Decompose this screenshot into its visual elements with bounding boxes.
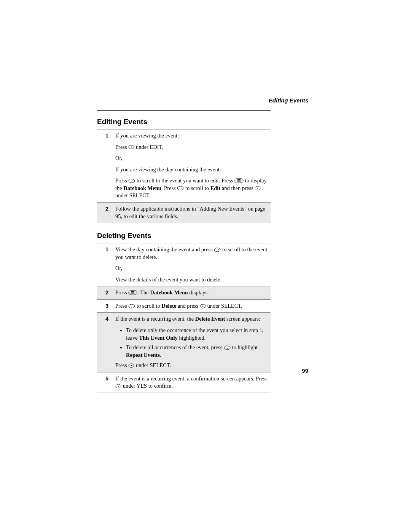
step-body: Follow the applicable instructions in "A… — [112, 202, 271, 223]
heading-editing-events: Editing Events — [97, 118, 271, 126]
step-number: 2 — [97, 286, 112, 300]
select-dot-icon — [128, 363, 134, 368]
menu-key-icon: menu — [128, 290, 137, 295]
table-row: 2 Press menu. The Datebook Menu displays… — [97, 286, 271, 300]
svg-point-12 — [214, 248, 220, 252]
heading-deleting-events: Deleting Events — [97, 232, 271, 240]
nav-right-icon — [177, 186, 184, 190]
svg-point-19 — [131, 307, 132, 307]
svg-text:menu: menu — [237, 181, 242, 183]
list-item: To delete only the occurrence of the eve… — [126, 327, 268, 342]
content: Editing Events 1 If you are viewing the … — [97, 107, 271, 393]
text: If you are viewing the event: — [115, 132, 268, 140]
svg-point-25 — [131, 365, 132, 366]
svg-point-13 — [218, 249, 219, 250]
table-row: 5 If the event is a recurring event, a c… — [97, 372, 271, 393]
text: If you are viewing the day containing th… — [115, 166, 268, 174]
page-number: 99 — [302, 367, 308, 374]
nav-right-icon — [128, 179, 135, 183]
menu-key-icon: menu — [234, 178, 244, 183]
editing-steps-table: 1 If you are viewing the event: Press un… — [97, 129, 271, 223]
text: If the event is a recurring event, a con… — [115, 375, 268, 390]
svg-point-21 — [202, 305, 203, 307]
text: View the day containing the event and pr… — [115, 246, 268, 261]
svg-point-27 — [118, 386, 119, 387]
table-row: 3 Press to scroll to Delete and press un… — [97, 299, 271, 313]
svg-point-23 — [227, 348, 228, 349]
step-body: If you are viewing the event: Press unde… — [112, 129, 271, 203]
svg-rect-5 — [237, 179, 241, 180]
bullet-list: To delete only the occurrence of the eve… — [115, 327, 268, 359]
table-row: 1 If you are viewing the event: Press un… — [97, 129, 271, 203]
step-number: 2 — [97, 202, 112, 223]
top-rule — [97, 110, 271, 111]
text: Press menu. The Datebook Menu displays. — [115, 289, 268, 297]
table-row: 1 View the day containing the event and … — [97, 243, 271, 286]
step-number: 5 — [97, 372, 112, 393]
page: Editing Events Editing Events 1 If you a… — [0, 0, 411, 532]
step-number: 3 — [97, 299, 112, 313]
select-dot-icon — [128, 145, 134, 149]
svg-text:menu: menu — [131, 293, 135, 295]
select-dot-icon — [255, 186, 261, 190]
text: Or, — [115, 265, 268, 272]
step-body: Press to scroll to Delete and press unde… — [112, 299, 271, 313]
text: Press to scroll to Delete and press unde… — [115, 302, 268, 310]
svg-point-11 — [257, 188, 258, 189]
step-number: 1 — [97, 243, 112, 286]
step-body: Press menu. The Datebook Menu displays. — [112, 286, 271, 300]
text: Follow the applicable instructions in "A… — [115, 205, 268, 220]
select-dot-icon — [115, 384, 121, 388]
text: Press under SELECT. — [115, 362, 268, 369]
running-head: Editing Events — [269, 97, 308, 104]
svg-point-8 — [177, 186, 183, 190]
select-dot-icon — [200, 304, 206, 308]
table-row: 4 If the event is a recurring event, the… — [97, 313, 271, 372]
step-number: 4 — [97, 313, 112, 372]
step-body: If the event is a recurring event, a con… — [112, 372, 271, 393]
svg-point-2 — [129, 179, 135, 183]
text: Press under EDIT. — [115, 144, 268, 151]
text: View the details of the event you want t… — [115, 276, 268, 284]
text: Press to scroll to the event you want to… — [115, 177, 268, 200]
svg-point-9 — [182, 188, 182, 189]
nav-right-icon — [214, 248, 221, 252]
nav-down-icon — [128, 304, 135, 308]
step-body: View the day containing the event and pr… — [112, 243, 271, 286]
svg-point-3 — [133, 181, 134, 181]
step-body: If the event is a recurring event, the D… — [112, 313, 271, 372]
text: Or, — [115, 155, 268, 162]
step-number: 1 — [97, 129, 112, 203]
svg-rect-15 — [131, 291, 134, 292]
table-row: 2 Follow the applicable instructions in … — [97, 202, 271, 223]
text: If the event is a recurring event, the D… — [115, 315, 268, 323]
svg-point-1 — [131, 147, 132, 148]
list-item: To delete all occurrences of the event, … — [126, 344, 268, 359]
deleting-steps-table: 1 View the day containing the event and … — [97, 243, 271, 393]
nav-down-icon — [224, 345, 231, 350]
